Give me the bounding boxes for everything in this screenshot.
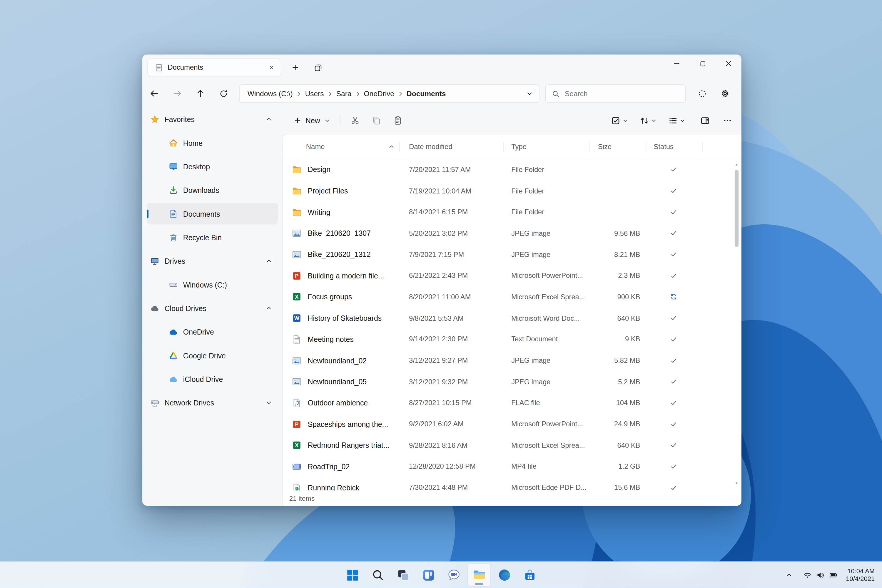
star-icon [150,115,160,124]
file-name-cell: PSpaceships among the... [283,420,400,429]
close-icon [724,60,732,68]
type-cell: Microsoft Excel Sprea... [504,293,590,301]
column-header-name[interactable]: Name [283,134,400,159]
check-status-icon [670,420,677,428]
file-name-cell: WHistory of Skateboards [283,314,400,323]
sidebar-section-network-drives[interactable]: Network Drives [147,392,278,414]
svg-text:X: X [295,294,299,300]
paste-button[interactable] [387,111,408,130]
breadcrumb-segment-onedrive[interactable]: OneDrive [364,89,394,98]
table-row-building-a-modern-file[interactable]: PBuilding a modern file...6/21/2021 2:43… [283,265,741,286]
copy-button[interactable] [366,111,387,130]
table-row-roadtrip-02[interactable]: RoadTrip_0212/28/2020 12:58 PMMP4 file1.… [283,456,741,477]
sidebar-item-downloads[interactable]: Downloads [147,179,278,201]
taskbar-store-button[interactable] [518,564,541,586]
taskbar-chat-button[interactable] [442,564,465,586]
table-row-newfoundland-05[interactable]: Newfoundland_053/12/2021 9:32 PMJPEG ima… [283,371,741,393]
sidebar-item-icloud-drive[interactable]: iCloud Drive [147,368,278,390]
status-bar: 21 items [283,490,741,506]
tab-close-button[interactable] [266,62,278,74]
table-row-spaceships-among-the[interactable]: PSpaceships among the...9/2/2021 6:02 AM… [283,414,741,435]
scrollbar[interactable] [734,163,739,485]
scroll-up-icon[interactable] [734,163,739,168]
table-row-newfoundland-02[interactable]: Newfoundland_023/12/2021 9:27 PMJPEG ima… [283,350,741,371]
sync-status-button[interactable] [692,84,712,103]
table-row-bike-210620-1312[interactable]: Bike_210620_13127/9/2021 7:15 PMJPEG ima… [283,244,741,265]
tray-status-button[interactable] [799,565,841,585]
up-button[interactable] [191,84,210,103]
table-row-meeting-notes[interactable]: Meeting notes9/14/2021 2:30 PMText Docum… [283,329,741,350]
minimize-button[interactable] [664,55,690,73]
scrollbar-thumb[interactable] [735,170,738,247]
refresh-button[interactable] [214,84,233,103]
taskbar-edge-button[interactable] [493,564,516,586]
svg-text:P: P [295,273,298,279]
sidebar-item-windows-c[interactable]: Windows (C:) [147,274,278,296]
search-box[interactable]: Search [545,84,686,103]
back-button[interactable] [145,84,164,103]
column-header-status[interactable]: Status [646,134,702,159]
table-row-focus-groups[interactable]: XFocus groups8/20/2021 11:00 AMMicrosoft… [283,286,741,308]
table-row-redmond-rangers-triat[interactable]: XRedmond Rangers triat...9/28/2021 8:16 … [283,435,741,456]
taskbar-search-button[interactable] [367,564,389,586]
address-bar[interactable]: Windows (C:\)UsersSaraOneDriveDocuments [239,84,540,103]
table-row-project-files[interactable]: Project Files7/19/2021 10:04 AMFile Fold… [283,180,741,202]
table-row-design[interactable]: Design7/20/2021 11:57 AMFile Folder [283,159,741,180]
status-cell [646,166,702,174]
settings-button[interactable] [716,84,735,103]
breadcrumb-segment-windows-c[interactable]: Windows (C:\) [248,89,293,98]
taskbar-widgets-button[interactable] [417,564,440,586]
cut-button[interactable] [344,111,366,130]
sidebar-section-drives[interactable]: Drives [147,250,278,272]
taskbar-center [341,564,541,586]
sidebar-item-home[interactable]: Home [147,132,278,154]
icloud-icon [169,375,178,384]
view-button[interactable] [664,111,690,130]
new-button[interactable]: New [288,111,336,130]
file-name: Focus groups [308,293,352,302]
sidebar-item-recycle-bin[interactable]: Recycle Bin [147,226,278,248]
sidebar-section-favorites[interactable]: Favorites [147,108,278,130]
sidebar-item-documents[interactable]: Documents [147,203,278,225]
forward-button[interactable] [168,84,187,103]
maximize-button[interactable] [690,55,716,73]
address-dropdown-icon[interactable] [526,90,533,98]
sidebar-item-label: Desktop [183,162,210,171]
table-row-writing[interactable]: Writing8/14/2021 6:15 PMFile Folder [283,202,741,223]
check-status-icon [670,251,677,258]
taskbar-clock[interactable]: 10:04 AM 10/4/2021 [844,567,877,583]
refresh-icon [219,89,228,98]
taskbar-task-view-button[interactable] [392,564,414,586]
details-pane-icon [700,116,710,125]
details-pane-button[interactable] [694,111,716,130]
sidebar-item-google-drive[interactable]: Google Drive [147,345,278,366]
sort-button[interactable] [636,111,661,130]
file-explorer-window: Documents [142,55,741,506]
date-modified-cell: 8/20/2021 11:00 AM [400,293,504,301]
column-header-date-modified[interactable]: Date modified [400,134,504,159]
tab-overview-button[interactable] [309,59,326,76]
ppt-file-icon: P [292,420,302,429]
select-mode-button[interactable] [607,111,632,130]
new-tab-button[interactable] [287,59,304,76]
close-button[interactable] [716,55,741,73]
taskbar-start-button[interactable] [341,564,364,586]
system-tray: 10:04 AM 10/4/2021 [781,565,877,585]
more-options-button[interactable] [717,111,738,130]
tray-expand-button[interactable] [781,565,797,585]
scroll-down-icon[interactable] [734,480,739,485]
sidebar-section-cloud-drives[interactable]: Cloud Drives [147,297,278,319]
breadcrumb-segment-documents[interactable]: Documents [406,89,446,98]
column-header-size[interactable]: Size [590,134,646,159]
table-row-outdoor-ambience[interactable]: Outdoor ambience8/27/2021 10:15 PMFLAC f… [283,393,741,414]
column-header-type[interactable]: Type [504,134,590,159]
sidebar-item-onedrive[interactable]: OneDrive [147,321,278,342]
table-row-bike-210620-1307[interactable]: Bike_210620_13075/20/2021 3:02 PMJPEG im… [283,223,741,244]
tab-documents[interactable]: Documents [147,58,281,77]
sidebar-item-desktop[interactable]: Desktop [147,156,278,177]
table-row-history-of-skateboards[interactable]: WHistory of Skateboards9/8/2021 5:53 AMM… [283,308,741,329]
breadcrumb-segment-users[interactable]: Users [305,89,324,98]
table-row-running-rebick[interactable]: Running Rebick7/30/2021 4:48 PMMicrosoft… [283,477,741,490]
breadcrumb-segment-sara[interactable]: Sara [336,89,352,98]
taskbar-file-explorer-button[interactable] [468,564,490,586]
